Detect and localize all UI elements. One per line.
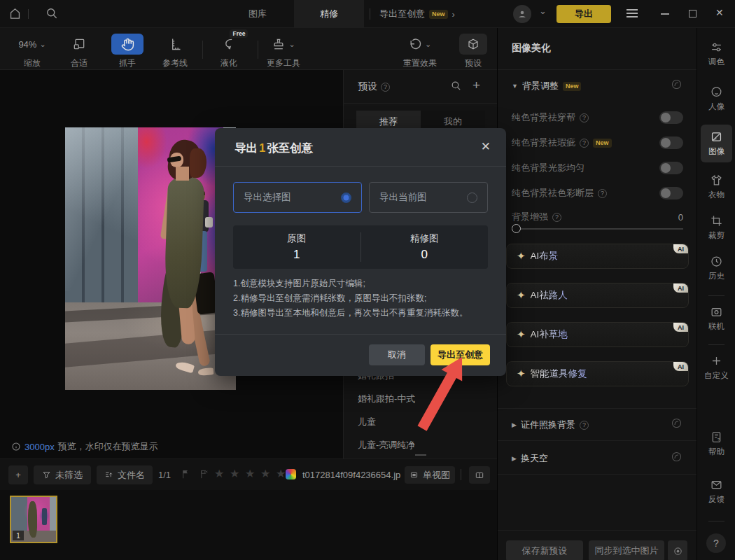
section-reset-icon[interactable] [671,451,682,463]
preset-tool-label: 预设 [459,57,487,69]
ai-badge: AI [673,323,688,332]
ai-fill-grass-button[interactable]: AI ✦AI补草地 [506,322,689,347]
close-dialog-icon[interactable]: ✕ [481,139,491,154]
sidebar-item-clothing[interactable]: 衣物 [697,174,735,200]
caret-down-icon: ▼ [512,83,518,90]
flag-reject-icon[interactable] [199,469,209,479]
smart-prop-repair-button[interactable]: AI ✦智能道具修复 [506,361,689,386]
sidebar-item-crop[interactable]: 裁剪 [697,214,735,241]
add-preset-icon[interactable]: + [472,78,480,93]
sidebar-item-portrait[interactable]: 人像 [697,85,735,112]
guides-tool[interactable]: 参考线 [162,28,188,69]
option-export-selected[interactable]: 导出选择图 [233,182,362,213]
home-icon[interactable] [8,7,22,20]
section-title: 换天空 [521,452,548,465]
star-icon[interactable]: ★ [245,467,255,480]
slider-knob[interactable] [512,224,521,233]
export-count: 1 [258,141,267,154]
search-icon[interactable] [45,6,59,20]
hamburger-menu-icon[interactable] [626,9,638,20]
sidebar-item-custom[interactable]: 自定义 [697,354,735,381]
help-icon[interactable]: ? [580,113,589,122]
info-icon [11,442,21,451]
zoom-control[interactable]: 94%⌄ 缩放 [18,28,46,69]
ai-remove-passerby-button[interactable]: AI ✦AI祛路人 [506,283,689,308]
preview-status: 3000px 预览，水印仅在预览显示 [11,440,158,453]
export-button[interactable]: 导出 [556,5,611,23]
chevron-right-icon: › [452,9,455,20]
photo-canvas[interactable] [65,127,236,390]
help-icon[interactable]: ? [580,139,589,148]
ai-scene-button[interactable]: AI ✦AI布景 [506,244,689,269]
toggle-switch-off[interactable] [659,111,683,124]
more-tools-label: 更多工具 [267,57,300,69]
tab-retouch[interactable]: 精修 [294,0,364,28]
help-icon[interactable]: ? [381,83,390,92]
sidebar-item-color[interactable]: 调色 [697,41,735,67]
toggle-switch-off[interactable] [659,187,683,200]
preset-search-icon[interactable] [450,80,462,92]
sidebar-item-history[interactable]: 历史 [697,255,735,281]
hand-tool[interactable]: 抓手 [111,28,144,69]
compare-view-button[interactable] [469,466,490,484]
sidebar-item-image[interactable]: 图像 [697,130,735,157]
fit-tool[interactable]: 合适 [71,28,88,69]
section-reset-icon[interactable] [671,78,682,90]
option-export-current[interactable]: 导出当前图 [369,182,488,213]
maximize-button[interactable] [689,10,696,18]
user-avatar[interactable] [513,5,531,23]
close-window-button[interactable]: ✕ [715,7,724,18]
reset-effects-label: 重置效果 [403,57,437,69]
account-chevron-icon[interactable]: ⌄ [539,6,547,16]
reset-effects[interactable]: ⌄ 重置效果 [403,28,437,69]
help-icon[interactable]: ? [580,421,589,430]
add-photo-button[interactable]: + [8,465,28,484]
more-tools[interactable]: ⌄ 更多工具 [267,28,300,69]
sidebar-item-help[interactable]: ? 帮助 [697,430,735,457]
split-view-icon [475,470,484,480]
toolbar-divider [202,41,203,59]
image-icon [697,130,735,144]
flag-icon[interactable] [181,469,191,479]
sparkle-icon: ✦ [517,368,526,380]
ai-button-label: AI祛路人 [531,289,568,302]
minimize-button[interactable] [661,13,669,15]
toggle-switch-off[interactable] [659,162,683,174]
hand-label: 抓手 [111,57,144,69]
export-to-creative-nav[interactable]: 导出至创意 New › [379,0,455,28]
color-label-icon[interactable] [286,469,296,479]
star-icon[interactable]: ★ [260,467,270,480]
section-idphoto-background[interactable]: ▶ 证件照换背景 ? [512,419,589,431]
section-reset-icon[interactable] [671,417,682,429]
sync-to-selected-button[interactable]: 同步到选中图片 [589,540,664,560]
filter-button[interactable]: 未筛选 [34,465,91,484]
toggle-row: 纯色背景祛瑕疵 ? New [512,136,683,149]
help-icon[interactable]: ? [598,189,607,198]
preset-tool[interactable]: 预设 [459,28,487,69]
single-view-button[interactable]: 单视图 [405,466,455,484]
sidebar-item-feedback[interactable]: 反馈 [697,478,735,505]
star-icon[interactable]: ★ [230,467,239,480]
undo-icon [409,38,422,51]
help-icon[interactable]: ? [552,213,561,222]
preset-item[interactable]: 儿童 [358,416,376,428]
beautify-panel: 图像美化 ▼ 背景调整 New 纯色背景祛穿帮 ? 纯色背景祛瑕疵 ? New … [497,28,696,560]
sidebar-item-tethering[interactable]: 联机 [697,305,735,332]
section-background-adjust[interactable]: ▼ 背景调整 New [512,80,581,92]
star-icon[interactable]: ★ [276,467,286,480]
tab-gallery[interactable]: 图库 [223,0,293,28]
star-icon[interactable]: ★ [214,467,224,480]
question-button[interactable]: ? [706,533,726,553]
hand-icon [111,34,144,55]
thumbnail-selected[interactable]: 1 [10,496,57,543]
tab-divider [370,8,370,20]
single-view-label: 单视图 [423,469,450,482]
filename: t0172814f09f4236654.jp [302,470,400,480]
sync-settings-button[interactable] [668,540,687,560]
save-new-preset-button[interactable]: 保存新预设 [506,540,583,560]
background-enhance-slider[interactable] [512,224,683,234]
liquify-tool[interactable]: Free 液化 [220,28,237,69]
section-replace-sky[interactable]: ▶ 换天空 [512,452,548,465]
toggle-switch-off[interactable] [659,136,683,149]
sort-button[interactable]: 文件名 [97,465,153,484]
